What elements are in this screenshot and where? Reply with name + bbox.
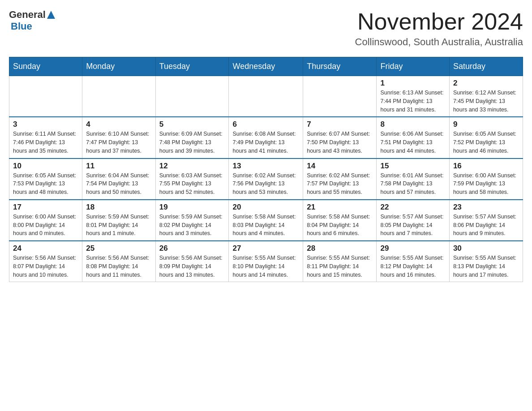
day-info: Sunrise: 5:55 AM Sunset: 8:10 PM Dayligh… [232, 254, 299, 279]
header-wednesday: Wednesday [229, 57, 303, 76]
calendar-table: Sunday Monday Tuesday Wednesday Thursday… [9, 57, 523, 282]
calendar-cell: 4Sunrise: 6:10 AM Sunset: 7:47 PM Daylig… [82, 117, 155, 158]
day-info: Sunrise: 5:55 AM Sunset: 8:12 PM Dayligh… [380, 254, 445, 279]
page-header: General Blue November 2024 Collinswood, … [9, 9, 523, 48]
day-info: Sunrise: 6:11 AM Sunset: 7:46 PM Dayligh… [13, 130, 78, 155]
day-number: 14 [307, 162, 373, 171]
day-info: Sunrise: 6:07 AM Sunset: 7:50 PM Dayligh… [307, 130, 373, 155]
day-info: Sunrise: 5:58 AM Sunset: 8:03 PM Dayligh… [232, 213, 299, 238]
calendar-cell [9, 76, 82, 117]
day-number: 16 [453, 162, 519, 171]
day-info: Sunrise: 6:09 AM Sunset: 7:48 PM Dayligh… [159, 130, 225, 155]
day-number: 18 [86, 203, 151, 212]
calendar-cell: 3Sunrise: 6:11 AM Sunset: 7:46 PM Daylig… [9, 117, 82, 158]
calendar-week-row: 17Sunrise: 6:00 AM Sunset: 8:00 PM Dayli… [9, 200, 523, 241]
calendar-cell: 30Sunrise: 5:55 AM Sunset: 8:13 PM Dayli… [449, 241, 523, 282]
day-number: 4 [86, 120, 151, 129]
calendar-cell: 17Sunrise: 6:00 AM Sunset: 8:00 PM Dayli… [9, 200, 82, 241]
day-info: Sunrise: 6:04 AM Sunset: 7:54 PM Dayligh… [86, 171, 151, 197]
calendar-cell [303, 76, 377, 117]
day-info: Sunrise: 6:08 AM Sunset: 7:49 PM Dayligh… [232, 130, 299, 155]
calendar-cell: 20Sunrise: 5:58 AM Sunset: 8:03 PM Dayli… [229, 200, 303, 241]
calendar-cell [229, 76, 303, 117]
day-number: 28 [307, 244, 373, 253]
calendar-cell: 6Sunrise: 6:08 AM Sunset: 7:49 PM Daylig… [229, 117, 303, 158]
calendar-cell: 11Sunrise: 6:04 AM Sunset: 7:54 PM Dayli… [82, 158, 155, 200]
calendar-cell: 1Sunrise: 6:13 AM Sunset: 7:44 PM Daylig… [377, 76, 449, 117]
calendar-week-row: 1Sunrise: 6:13 AM Sunset: 7:44 PM Daylig… [9, 76, 523, 117]
calendar-cell: 27Sunrise: 5:55 AM Sunset: 8:10 PM Dayli… [229, 241, 303, 282]
calendar-cell: 22Sunrise: 5:57 AM Sunset: 8:05 PM Dayli… [377, 200, 449, 241]
day-number: 2 [453, 79, 519, 88]
logo-general-text: General [9, 9, 46, 21]
day-info: Sunrise: 5:57 AM Sunset: 8:05 PM Dayligh… [380, 213, 445, 238]
day-number: 26 [159, 244, 225, 253]
day-info: Sunrise: 5:59 AM Sunset: 8:02 PM Dayligh… [159, 213, 225, 238]
header-monday: Monday [82, 57, 155, 76]
day-info: Sunrise: 6:00 AM Sunset: 8:00 PM Dayligh… [13, 213, 78, 238]
calendar-cell: 14Sunrise: 6:02 AM Sunset: 7:57 PM Dayli… [303, 158, 377, 200]
logo-triangle-icon [47, 11, 55, 19]
calendar-cell [82, 76, 155, 117]
header-friday: Friday [377, 57, 449, 76]
day-number: 17 [13, 203, 78, 212]
logo-blue-text: Blue [11, 21, 32, 32]
header-thursday: Thursday [303, 57, 377, 76]
day-number: 19 [159, 203, 225, 212]
day-info: Sunrise: 6:05 AM Sunset: 7:53 PM Dayligh… [13, 171, 78, 197]
calendar-cell: 19Sunrise: 5:59 AM Sunset: 8:02 PM Dayli… [155, 200, 229, 241]
day-number: 29 [380, 244, 445, 253]
logo: General Blue [9, 9, 56, 32]
day-number: 13 [232, 162, 299, 171]
day-number: 6 [232, 120, 299, 129]
day-number: 25 [86, 244, 151, 253]
day-number: 7 [307, 120, 373, 129]
day-number: 15 [380, 162, 445, 171]
calendar-cell: 7Sunrise: 6:07 AM Sunset: 7:50 PM Daylig… [303, 117, 377, 158]
calendar-cell: 8Sunrise: 6:06 AM Sunset: 7:51 PM Daylig… [377, 117, 449, 158]
day-number: 20 [232, 203, 299, 212]
calendar-week-row: 24Sunrise: 5:56 AM Sunset: 8:07 PM Dayli… [9, 241, 523, 282]
day-number: 22 [380, 203, 445, 212]
calendar-week-row: 3Sunrise: 6:11 AM Sunset: 7:46 PM Daylig… [9, 117, 523, 158]
day-number: 11 [86, 162, 151, 171]
day-info: Sunrise: 6:05 AM Sunset: 7:52 PM Dayligh… [453, 130, 519, 155]
day-info: Sunrise: 6:00 AM Sunset: 7:59 PM Dayligh… [453, 171, 519, 197]
calendar-cell: 25Sunrise: 5:56 AM Sunset: 8:08 PM Dayli… [82, 241, 155, 282]
day-number: 23 [453, 203, 519, 212]
calendar-cell: 26Sunrise: 5:56 AM Sunset: 8:09 PM Dayli… [155, 241, 229, 282]
calendar-cell: 15Sunrise: 6:01 AM Sunset: 7:58 PM Dayli… [377, 158, 449, 200]
day-number: 30 [453, 244, 519, 253]
day-number: 9 [453, 120, 519, 129]
day-info: Sunrise: 5:56 AM Sunset: 8:07 PM Dayligh… [13, 254, 78, 279]
calendar-cell [155, 76, 229, 117]
day-info: Sunrise: 5:57 AM Sunset: 8:06 PM Dayligh… [453, 213, 519, 238]
day-info: Sunrise: 6:01 AM Sunset: 7:58 PM Dayligh… [380, 171, 445, 197]
calendar-header-row: Sunday Monday Tuesday Wednesday Thursday… [9, 57, 523, 76]
header-saturday: Saturday [449, 57, 523, 76]
day-number: 24 [13, 244, 78, 253]
day-info: Sunrise: 6:02 AM Sunset: 7:57 PM Dayligh… [307, 171, 373, 197]
day-info: Sunrise: 6:12 AM Sunset: 7:45 PM Dayligh… [453, 89, 519, 114]
calendar-week-row: 10Sunrise: 6:05 AM Sunset: 7:53 PM Dayli… [9, 158, 523, 200]
month-title: November 2024 [355, 9, 523, 34]
day-info: Sunrise: 5:56 AM Sunset: 8:09 PM Dayligh… [159, 254, 225, 279]
svg-marker-0 [47, 11, 55, 19]
location-text: Collinswood, South Australia, Australia [355, 36, 523, 48]
day-info: Sunrise: 6:06 AM Sunset: 7:51 PM Dayligh… [380, 130, 445, 155]
calendar-cell: 28Sunrise: 5:55 AM Sunset: 8:11 PM Dayli… [303, 241, 377, 282]
day-number: 10 [13, 162, 78, 171]
day-info: Sunrise: 5:55 AM Sunset: 8:13 PM Dayligh… [453, 254, 519, 279]
title-section: November 2024 Collinswood, South Austral… [355, 9, 523, 48]
day-info: Sunrise: 5:58 AM Sunset: 8:04 PM Dayligh… [307, 213, 373, 238]
calendar-cell: 10Sunrise: 6:05 AM Sunset: 7:53 PM Dayli… [9, 158, 82, 200]
day-info: Sunrise: 6:02 AM Sunset: 7:56 PM Dayligh… [232, 171, 299, 197]
day-info: Sunrise: 5:55 AM Sunset: 8:11 PM Dayligh… [307, 254, 373, 279]
calendar-cell: 18Sunrise: 5:59 AM Sunset: 8:01 PM Dayli… [82, 200, 155, 241]
day-info: Sunrise: 6:13 AM Sunset: 7:44 PM Dayligh… [380, 89, 445, 114]
calendar-cell: 29Sunrise: 5:55 AM Sunset: 8:12 PM Dayli… [377, 241, 449, 282]
calendar-cell: 21Sunrise: 5:58 AM Sunset: 8:04 PM Dayli… [303, 200, 377, 241]
day-info: Sunrise: 5:59 AM Sunset: 8:01 PM Dayligh… [86, 213, 151, 238]
day-info: Sunrise: 5:56 AM Sunset: 8:08 PM Dayligh… [86, 254, 151, 279]
calendar-cell: 12Sunrise: 6:03 AM Sunset: 7:55 PM Dayli… [155, 158, 229, 200]
